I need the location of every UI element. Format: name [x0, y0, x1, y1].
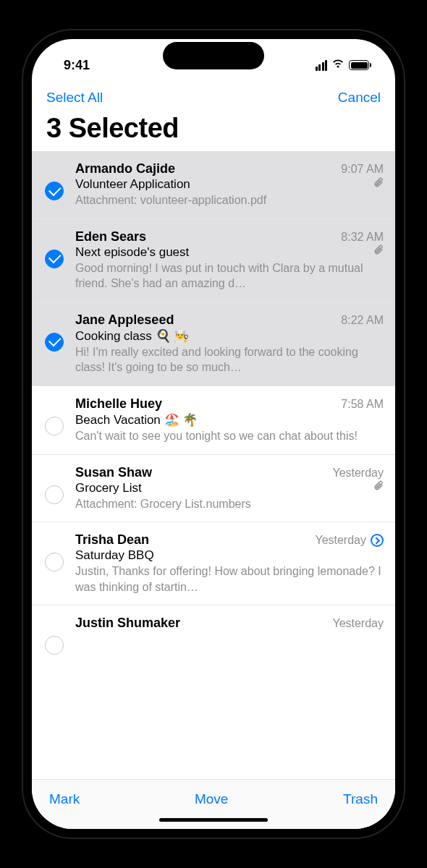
mail-item[interactable]: Michelle Huey7:58 AMBeach Vacation 🏖️ 🌴C…	[32, 386, 395, 455]
mail-time: Yesterday	[315, 534, 366, 547]
mail-subject: Cooking class 🍳 👨‍🍳	[75, 328, 189, 344]
sender-name: Jane Appleseed	[75, 312, 174, 328]
mail-content: Susan ShawYesterdayGrocery ListAttachmen…	[75, 465, 384, 512]
move-button[interactable]: Move	[195, 791, 228, 807]
mail-item[interactable]: Eden Sears8:32 AMNext episode's guestGoo…	[32, 219, 395, 302]
battery-icon	[349, 60, 369, 70]
mail-content: Michelle Huey7:58 AMBeach Vacation 🏖️ 🌴C…	[75, 396, 384, 444]
nav-bar: Select All Cancel	[32, 82, 395, 110]
selection-checkbox[interactable]	[45, 333, 64, 352]
selection-checkbox[interactable]	[45, 417, 64, 435]
sender-name: Susan Shaw	[75, 465, 152, 480]
mail-preview: Justin, Thanks for offering! How about b…	[75, 563, 384, 595]
mail-preview: Good morning! I was put in touch with Cl…	[75, 260, 384, 292]
selection-checkbox[interactable]	[45, 182, 64, 200]
mail-subject: Saturday BBQ	[75, 548, 154, 563]
attachment-icon	[373, 177, 384, 192]
status-icons	[316, 58, 370, 72]
trash-button[interactable]: Trash	[343, 791, 378, 807]
thread-chevron-icon[interactable]	[371, 534, 384, 547]
home-indicator	[159, 818, 268, 822]
attachment-icon	[373, 244, 384, 259]
selection-checkbox[interactable]	[45, 553, 64, 571]
dynamic-island	[163, 42, 264, 69]
mail-content: Armando Cajide9:07 AMVolunteer Applicati…	[75, 161, 384, 208]
mail-item[interactable]: Trisha DeanYesterdaySaturday BBQJustin, …	[32, 522, 395, 605]
mail-content: Eden Sears8:32 AMNext episode's guestGoo…	[75, 229, 384, 292]
wifi-icon	[331, 58, 344, 72]
cancel-button[interactable]: Cancel	[338, 90, 381, 106]
phone-frame: 9:41 Select All Cancel 3 Selected Armand…	[22, 29, 405, 839]
mail-preview: Can't wait to see you tonight so we can …	[75, 428, 384, 444]
sender-name: Trisha Dean	[75, 532, 149, 548]
mail-preview: Attachment: volunteer-application.pdf	[75, 192, 384, 208]
mail-item[interactable]: Susan ShawYesterdayGrocery ListAttachmen…	[32, 455, 395, 523]
mail-content: Justin ShumakerYesterday	[75, 616, 384, 631]
mail-time: Yesterday	[332, 467, 384, 480]
screen: 9:41 Select All Cancel 3 Selected Armand…	[32, 39, 395, 829]
selection-checkbox[interactable]	[45, 250, 64, 268]
mail-item[interactable]: Jane Appleseed8:22 AMCooking class 🍳 👨‍🍳…	[32, 302, 395, 386]
status-time: 9:41	[64, 58, 90, 73]
sender-name: Michelle Huey	[75, 396, 162, 412]
mail-item[interactable]: Justin ShumakerYesterday	[32, 605, 395, 655]
mail-preview: Attachment: Grocery List.numbers	[75, 496, 384, 512]
mail-content: Trisha DeanYesterdaySaturday BBQJustin, …	[75, 532, 384, 595]
mail-time: 7:58 AM	[341, 398, 384, 411]
mail-subject: Volunteer Application	[75, 177, 190, 192]
title-area: 3 Selected	[32, 110, 395, 151]
mail-time: 8:32 AM	[341, 231, 384, 244]
sender-name: Eden Sears	[75, 229, 146, 244]
mark-button[interactable]: Mark	[49, 791, 80, 807]
cellular-signal-icon	[316, 60, 328, 71]
mail-subject: Next episode's guest	[75, 245, 189, 260]
mail-preview: Hi! I'm really excited and looking forwa…	[75, 344, 384, 375]
sender-name: Justin Shumaker	[75, 616, 180, 631]
sender-name: Armando Cajide	[75, 161, 175, 176]
mail-time: 9:07 AM	[341, 163, 384, 176]
selection-checkbox[interactable]	[45, 485, 64, 504]
mail-content: Jane Appleseed8:22 AMCooking class 🍳 👨‍🍳…	[75, 312, 384, 375]
mail-list[interactable]: Armando Cajide9:07 AMVolunteer Applicati…	[32, 151, 395, 779]
mail-subject: Beach Vacation 🏖️ 🌴	[75, 412, 198, 427]
mail-subject: Grocery List	[75, 481, 142, 495]
select-all-button[interactable]: Select All	[46, 90, 103, 106]
page-title: 3 Selected	[46, 113, 381, 144]
mail-time: Yesterday	[332, 617, 384, 630]
mail-item[interactable]: Armando Cajide9:07 AMVolunteer Applicati…	[32, 151, 395, 219]
mail-time: 8:22 AM	[341, 314, 384, 327]
attachment-icon	[373, 480, 384, 495]
selection-checkbox[interactable]	[45, 636, 64, 655]
